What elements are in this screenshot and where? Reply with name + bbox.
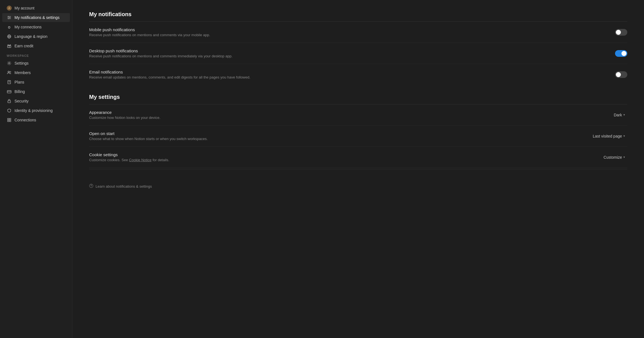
mobile-push-info: Mobile push notifications Receive push n… [89,27,312,37]
appearance-chevron-icon: ▾ [623,113,625,117]
svg-rect-30 [9,120,11,122]
sidebar-item-settings[interactable]: Settings [2,59,70,68]
sidebar-item-billing[interactable]: Billing [2,87,70,96]
open-on-start-chevron-icon: ▾ [623,134,625,138]
desktop-push-thumb [621,51,626,56]
appearance-info: Appearance Customize how Notion looks on… [89,110,312,120]
help-link-row: Learn about notifications & settings [89,178,627,194]
svg-point-18 [9,63,10,64]
open-on-start-desc: Choose what to show when Notion starts o… [89,137,312,141]
circle-question-icon [89,184,93,189]
appearance-desc: Customize how Notion looks on your devic… [89,116,312,120]
shield-icon [7,108,12,113]
svg-point-19 [8,71,9,73]
appearance-value: Dark [614,113,622,117]
sidebar-item-security[interactable]: Security [2,97,70,106]
open-on-start-name: Open on start [89,131,312,136]
desktop-push-info: Desktop push notifications Receive push … [89,48,312,58]
email-notif-thumb [616,72,621,77]
desktop-push-track[interactable] [615,50,627,57]
desktop-push-row: Desktop push notifications Receive push … [89,43,627,64]
mobile-push-row: Mobile push notifications Receive push n… [89,22,627,43]
sidebar-item-my-connections[interactable]: My connections [2,23,70,31]
svg-rect-8 [8,27,10,28]
cookie-settings-dropdown[interactable]: Customize ▾ [601,154,627,161]
svg-rect-24 [7,90,11,93]
email-notif-name: Email notifications [89,70,312,74]
cookie-settings-row: Cookie settings Customize cookies. See C… [89,147,627,168]
svg-point-20 [10,71,11,72]
cookie-settings-value: Customize [604,155,622,160]
mobile-push-desc: Receive push notifications on mentions a… [89,33,312,37]
svg-rect-29 [8,120,9,122]
mobile-push-toggle[interactable] [615,29,627,36]
open-on-start-value: Last visited page [593,134,622,138]
main-content: My notifications Mobile push notificatio… [72,0,644,338]
cookie-notice-link[interactable]: Cookie Notice [129,158,152,162]
email-notif-track[interactable] [615,71,627,78]
bookmark-icon [7,80,12,85]
email-notif-info: Email notifications Receive email update… [89,70,312,79]
sidebar-item-members[interactable]: Members [2,68,70,77]
plug-icon [7,25,12,30]
sidebar-item-earn-credit[interactable]: Earn credit [2,41,70,50]
cookie-settings-desc: Customize cookies. See Cookie Notice for… [89,158,312,162]
settings-section: My settings Appearance Customize how Not… [89,94,627,169]
notifications-title: My notifications [89,11,627,18]
svg-point-32 [91,187,91,187]
sidebar: A My account My notifications & settings [0,0,72,338]
people-icon [7,70,12,75]
avatar-icon: A [7,6,12,11]
mobile-push-track[interactable] [615,29,627,36]
svg-text:A: A [8,7,10,10]
open-on-start-info: Open on start Choose what to show when N… [89,131,312,141]
sidebar-item-my-notifications[interactable]: My notifications & settings [2,13,70,22]
sidebar-item-connections[interactable]: Connections [2,116,70,124]
desktop-push-desc: Receive push notifications on mentions a… [89,54,312,58]
notifications-section: My notifications Mobile push notificatio… [89,11,627,85]
sidebar-item-language-region[interactable]: Language & region [2,32,70,41]
email-notif-toggle[interactable] [615,71,627,78]
open-on-start-dropdown[interactable]: Last visited page ▾ [591,133,627,139]
svg-point-5 [8,16,9,17]
svg-rect-26 [8,101,11,103]
open-on-start-row: Open on start Choose what to show when N… [89,126,627,147]
mobile-push-name: Mobile push notifications [89,27,312,32]
mobile-push-thumb [616,30,621,35]
cookie-settings-chevron-icon: ▾ [623,155,625,159]
appearance-dropdown[interactable]: Dark ▾ [611,112,627,118]
gift-icon [7,43,12,48]
settings-title: My settings [89,94,627,100]
sidebar-item-plans[interactable]: Plans [2,78,70,87]
desktop-push-toggle[interactable] [615,50,627,57]
svg-point-7 [8,18,9,19]
card-icon [7,89,12,94]
desktop-push-name: Desktop push notifications [89,48,312,53]
appearance-row: Appearance Customize how Notion looks on… [89,104,627,126]
email-notif-row: Email notifications Receive email update… [89,64,627,85]
lock-icon [7,99,12,104]
email-notif-desc: Receive email updates on mentions, comme… [89,75,312,79]
svg-rect-27 [8,118,9,120]
sliders-icon [7,15,12,20]
cookie-settings-info: Cookie settings Customize cookies. See C… [89,152,312,162]
help-link[interactable]: Learn about notifications & settings [96,184,152,188]
globe-icon [7,34,12,39]
cookie-settings-name: Cookie settings [89,152,312,157]
sidebar-item-identity-provisioning[interactable]: Identity & provisioning [2,106,70,115]
workspace-section-label: WORKSPACE [0,51,72,58]
gear-icon [7,61,12,66]
svg-rect-28 [9,118,11,120]
appearance-name: Appearance [89,110,312,115]
grid-icon [7,117,12,123]
svg-point-6 [9,17,10,18]
sidebar-item-my-account[interactable]: A My account [2,4,70,13]
